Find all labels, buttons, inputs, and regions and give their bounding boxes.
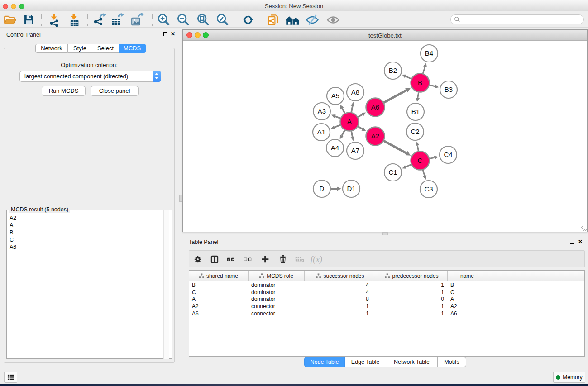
- open-session-icon[interactable]: [3, 13, 17, 27]
- table-cell[interactable]: dominator: [249, 282, 305, 289]
- edge-A-A3[interactable]: [335, 116, 340, 118]
- refresh-icon[interactable]: [241, 13, 255, 27]
- add-row-icon[interactable]: [260, 254, 271, 265]
- mcds-result-item[interactable]: B: [10, 229, 16, 236]
- zoom-in-icon[interactable]: [156, 13, 171, 27]
- edge-A2-C[interactable]: [384, 141, 406, 153]
- column-header-name[interactable]: name: [448, 271, 487, 281]
- clone-network-icon[interactable]: [266, 13, 280, 27]
- table-panel-close-icon[interactable]: ✕: [578, 238, 583, 245]
- control-panel-close-icon[interactable]: ✕: [171, 31, 175, 37]
- graph-node-B4[interactable]: B4: [421, 45, 438, 62]
- delete-table-icon[interactable]: [294, 254, 305, 265]
- mcds-result-item[interactable]: A: [10, 222, 16, 229]
- table-cell[interactable]: A: [448, 296, 487, 303]
- network-window-resize-grip[interactable]: [581, 226, 587, 231]
- table-cell[interactable]: B: [448, 282, 487, 289]
- table-cell[interactable]: A6: [189, 310, 249, 318]
- tab-network[interactable]: Network: [35, 44, 68, 53]
- table-cell[interactable]: dominator: [249, 289, 305, 296]
- table-cell[interactable]: dominator: [249, 296, 305, 303]
- table-panel-float-icon[interactable]: [570, 240, 574, 244]
- graph-node-C3[interactable]: C3: [420, 181, 437, 198]
- function-builder-icon[interactable]: f(x): [308, 254, 325, 265]
- table-cell[interactable]: 1: [376, 282, 448, 289]
- mcds-result-scrollbar[interactable]: [163, 210, 169, 359]
- graph-node-A2[interactable]: A2: [366, 127, 385, 146]
- edge-A-A2[interactable]: [358, 127, 363, 129]
- column-header-successor-nodes[interactable]: successor nodes: [305, 271, 376, 281]
- edge-B-B4[interactable]: [423, 67, 425, 74]
- mcds-result-item[interactable]: A2: [10, 214, 16, 222]
- table-cell[interactable]: A2: [448, 303, 487, 310]
- tab-style[interactable]: Style: [68, 44, 92, 53]
- edge-A-A7[interactable]: [351, 131, 353, 137]
- edge-A-A8[interactable]: [351, 106, 353, 112]
- table-cell[interactable]: 1: [376, 310, 448, 318]
- tab-edge-table[interactable]: Edge Table: [345, 357, 386, 367]
- graph-node-A4[interactable]: A4: [326, 139, 344, 157]
- zoom-fit-icon[interactable]: [196, 13, 210, 27]
- table-cell[interactable]: C: [448, 289, 487, 296]
- zoom-selected-icon[interactable]: [215, 13, 229, 27]
- table-row-A6[interactable]: A6connector11A6: [189, 310, 584, 318]
- table-cell[interactable]: 4: [305, 282, 376, 289]
- mcds-result-item[interactable]: A6: [10, 243, 16, 251]
- column-header-predecessor-nodes[interactable]: predecessor nodes: [376, 271, 448, 281]
- table-cell[interactable]: B: [189, 282, 249, 289]
- table-cell[interactable]: A2: [189, 303, 249, 310]
- graph-node-C4[interactable]: C4: [440, 146, 457, 163]
- table-cell[interactable]: A6: [448, 310, 487, 318]
- graph-node-A5[interactable]: A5: [327, 87, 344, 105]
- table-row-A[interactable]: Adominator80A: [189, 296, 584, 303]
- graph-node-A8[interactable]: A8: [347, 84, 364, 101]
- table-cell[interactable]: 8: [305, 296, 376, 303]
- table-cell[interactable]: 1: [376, 289, 448, 296]
- graph-node-B[interactable]: B: [411, 74, 430, 92]
- tab-network-table[interactable]: Network Table: [386, 357, 438, 367]
- column-header-shared-name[interactable]: shared name: [189, 271, 249, 281]
- tab-mcds[interactable]: MCDS: [119, 44, 146, 53]
- graph-node-A3[interactable]: A3: [313, 103, 330, 120]
- graph-node-A6[interactable]: A6: [366, 98, 385, 117]
- status-list-button[interactable]: [4, 372, 17, 383]
- edge-A6-B[interactable]: [384, 91, 406, 103]
- edge-B-B3[interactable]: [430, 85, 435, 86]
- edge-B-B2[interactable]: [406, 76, 411, 79]
- column-selector-icon[interactable]: [209, 254, 220, 265]
- delete-row-trash-icon[interactable]: [277, 254, 288, 265]
- graph-node-B3[interactable]: B3: [440, 81, 457, 98]
- tab-select[interactable]: Select: [92, 44, 119, 53]
- export-table-icon[interactable]: [110, 13, 124, 27]
- tab-motifs[interactable]: Motifs: [438, 357, 466, 367]
- column-header-MCDS-role[interactable]: MCDS role: [249, 271, 305, 281]
- edge-A-A4[interactable]: [342, 130, 345, 136]
- table-cell[interactable]: connector: [249, 303, 305, 310]
- table-cell[interactable]: 1: [376, 303, 448, 310]
- table-cell[interactable]: A: [189, 296, 249, 303]
- table-row-C[interactable]: Cdominator41C: [189, 289, 584, 296]
- table-cell[interactable]: C: [189, 289, 249, 296]
- table-cell[interactable]: connector: [249, 310, 305, 318]
- graph-node-B2[interactable]: B2: [384, 62, 402, 79]
- mcds-result-item[interactable]: C: [10, 236, 16, 243]
- close-panel-button[interactable]: Close panel: [91, 86, 139, 96]
- horizontal-splitter-handle[interactable]: [382, 232, 388, 235]
- graph-node-C2[interactable]: C2: [406, 123, 424, 140]
- graph-node-A[interactable]: A: [340, 113, 359, 131]
- import-network-icon[interactable]: [47, 13, 62, 27]
- edge-C-C1[interactable]: [406, 165, 411, 167]
- network-window-titlebar[interactable]: testGlobe.txt: [183, 30, 587, 41]
- zoom-out-icon[interactable]: [176, 13, 190, 27]
- graph-node-C1[interactable]: C1: [384, 164, 402, 181]
- select-all-icon[interactable]: [225, 254, 236, 265]
- edge-C-C2[interactable]: [417, 146, 418, 151]
- hide-selected-icon[interactable]: [305, 13, 320, 27]
- graph-node-A7[interactable]: A7: [347, 142, 364, 159]
- save-session-icon[interactable]: [22, 13, 36, 27]
- graph-node-A1[interactable]: A1: [313, 124, 330, 141]
- show-all-networks-icon[interactable]: [285, 13, 300, 27]
- edge-C-C3[interactable]: [423, 170, 425, 176]
- edge-A-A1[interactable]: [335, 125, 340, 127]
- table-cell[interactable]: 4: [305, 289, 376, 296]
